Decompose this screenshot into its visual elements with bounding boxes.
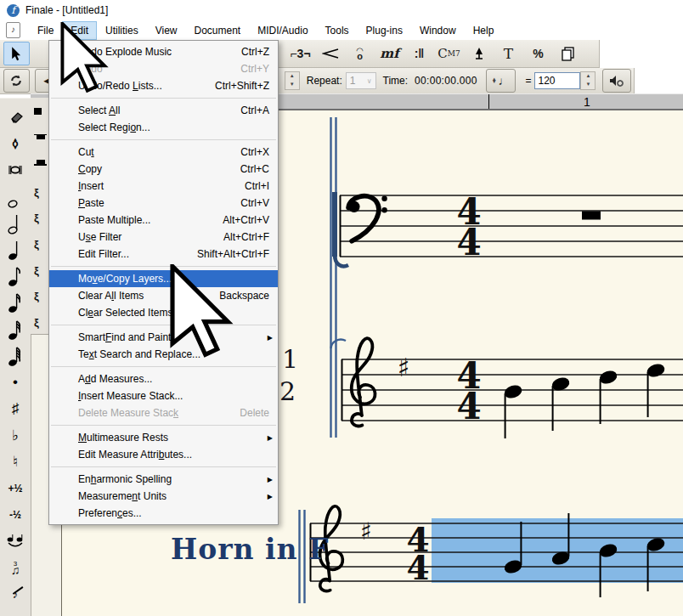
- menu-item-select-region[interactable]: Select Region...: [49, 119, 278, 136]
- text-glyph: T: [504, 45, 513, 62]
- tempo-unit-button[interactable]: ▲▼ ♩: [486, 69, 516, 93]
- sharp-tool[interactable]: ♯: [3, 397, 28, 421]
- menu-item-add-measures[interactable]: Add Measures...: [49, 370, 278, 387]
- eighth-note-tool[interactable]: [3, 264, 28, 288]
- menubar-item-utilities[interactable]: Utilities: [98, 22, 146, 39]
- expression-tool[interactable]: mf: [377, 42, 402, 65]
- menu-item-label: Clear All Items: [78, 290, 204, 302]
- menu-item-redo[interactable]: RedoCtrl+Y: [49, 60, 278, 77]
- up-down-arrows-icon: ▲▼: [492, 78, 497, 84]
- menubar-item-midiaudio[interactable]: MIDI/Audio: [250, 22, 315, 39]
- repeat-spinner[interactable]: ▲▼: [285, 71, 300, 90]
- selection-tool[interactable]: [3, 42, 30, 65]
- time-signature-bottom: 4: [406, 548, 429, 587]
- menu-item-cut[interactable]: CutCtrl+X: [49, 144, 278, 161]
- audio-settings-button[interactable]: [602, 69, 631, 93]
- menu-item-label: Measurement Units: [78, 490, 269, 502]
- menu-item-shortcut: Backspace: [219, 290, 269, 302]
- chord-tool[interactable]: CM7: [437, 42, 461, 65]
- tempo-input[interactable]: [534, 72, 580, 89]
- onehundred-twenty-eighth-rest-tool[interactable]: ξ: [34, 316, 39, 329]
- window-title: Finale - [Untitled1]: [25, 4, 108, 16]
- flat-tool[interactable]: ♭: [3, 423, 28, 447]
- eighth-rest-tool[interactable]: ξ: [34, 212, 39, 224]
- menu-separator: [51, 266, 276, 267]
- quarter-note-tool[interactable]: [3, 238, 28, 262]
- time-signature-bottom: 4: [456, 222, 481, 263]
- repeat-tool[interactable]: :‖: [407, 42, 432, 65]
- mirror-tool[interactable]: %: [526, 42, 550, 65]
- eraser-tool[interactable]: [3, 105, 28, 129]
- chevron-down-icon: ∨: [367, 77, 372, 85]
- thirty-second-note-tool[interactable]: [3, 318, 28, 342]
- menu-item-text-search-and-replace[interactable]: Text Search and Replace...: [49, 346, 278, 363]
- menu-item-edit-measure-attributes[interactable]: Edit Measure Attributes...: [49, 446, 278, 463]
- grace-note-tool[interactable]: ♪: [3, 583, 28, 607]
- tempo-spinner[interactable]: ▲▼: [580, 71, 596, 90]
- double-whole-note-tool[interactable]: [3, 158, 28, 182]
- document-music-icon[interactable]: ♪: [6, 22, 20, 38]
- thirty-second-rest-tool[interactable]: ξ: [34, 264, 39, 277]
- menu-item-label: Redo: [78, 63, 225, 75]
- menu-item-label: Clear Selected Items...: [78, 307, 269, 319]
- menu-item-use-filter[interactable]: Use FilterAlt+Ctrl+F: [49, 229, 278, 246]
- menubar-item-help[interactable]: Help: [466, 22, 502, 39]
- menu-item-insert-measure-stack[interactable]: Insert Measure Stack...: [49, 387, 278, 404]
- bass-clef: [348, 196, 387, 241]
- text-tool[interactable]: T: [496, 42, 521, 65]
- repitch-tool[interactable]: ▴o▾: [3, 132, 28, 155]
- half-step-up-tool[interactable]: +½: [3, 477, 28, 500]
- repeat-dropdown[interactable]: 1 ∨: [346, 72, 376, 89]
- double-whole-rest-tool[interactable]: [34, 108, 42, 115]
- loop-playback-button[interactable]: [3, 69, 30, 93]
- half-rest-tool[interactable]: [34, 160, 47, 166]
- menu-item-delete-measure-stack[interactable]: Delete Measure StackDelete: [49, 404, 278, 421]
- menu-item-move-copy-layers[interactable]: Move/Copy Layers...: [49, 270, 278, 287]
- menu-separator: [51, 139, 276, 140]
- menubar-item-plugins[interactable]: Plug-ins: [358, 22, 410, 39]
- half-step-down-tool[interactable]: -½: [3, 503, 28, 527]
- menubar-item-window[interactable]: Window: [412, 22, 464, 39]
- measure-number: 1: [574, 95, 600, 109]
- menubar-item-tools[interactable]: Tools: [318, 22, 357, 39]
- articulation-tool[interactable]: ◠o: [347, 42, 372, 65]
- menu-item-clear-all-items[interactable]: Clear All ItemsBackspace: [49, 287, 278, 304]
- menu-item-edit-filter[interactable]: Edit Filter...Shift+Alt+Ctrl+F: [49, 246, 278, 263]
- menu-item-insert[interactable]: InsertCtrl+I: [49, 178, 278, 195]
- menu-separator: [51, 98, 276, 99]
- menu-item-clear-selected-items[interactable]: Clear Selected Items...: [49, 304, 278, 321]
- page-layout-tool[interactable]: [556, 42, 580, 65]
- natural-tool[interactable]: ♮: [3, 450, 28, 474]
- menu-item-undo-explode-music[interactable]: Undo Explode MusicCtrl+Z: [49, 43, 278, 60]
- augmentation-dot-tool[interactable]: •: [3, 370, 28, 394]
- half-note-tool[interactable]: [3, 212, 28, 235]
- menu-item-undo-redo-lists[interactable]: Undo/Redo Lists...Ctrl+Shift+Z: [49, 77, 278, 94]
- sixteenth-note-tool[interactable]: [3, 291, 28, 314]
- sixty-fourth-rest-tool[interactable]: ξ: [34, 290, 39, 302]
- menu-item-select-all[interactable]: Select AllCtrl+A: [49, 102, 278, 119]
- menu-item-multimeasure-rests[interactable]: Multimeasure Rests▶: [49, 429, 278, 446]
- menu-item-paste-multiple[interactable]: Paste Multiple...Alt+Ctrl+V: [49, 212, 278, 229]
- menubar-item-file[interactable]: File: [30, 22, 61, 39]
- menu-item-measurement-units[interactable]: Measurement Units▶: [49, 488, 278, 505]
- menu-item-preferences[interactable]: Preferences...: [49, 505, 278, 522]
- menu-item-shortcut: Alt+Ctrl+V: [223, 214, 269, 226]
- smartshape-tool[interactable]: [318, 42, 342, 65]
- menu-item-enharmonic-spelling[interactable]: Enharmonic Spelling▶: [49, 471, 278, 488]
- tie-tool[interactable]: [3, 529, 28, 553]
- whole-note-tool[interactable]: [3, 185, 28, 209]
- menubar-item-edit[interactable]: Edit: [63, 22, 96, 39]
- menu-item-paste[interactable]: PasteCtrl+V: [49, 195, 278, 212]
- simple-entry-palette: ▴o▾•♯♭♮+½-½3♫♪: [0, 98, 31, 616]
- whole-rest-tool[interactable]: [34, 134, 47, 140]
- quarter-rest-tool[interactable]: ξ: [34, 186, 39, 199]
- lyrics-tool[interactable]: [466, 42, 491, 65]
- menu-item-copy[interactable]: CopyCtrl+C: [49, 161, 278, 178]
- menu-item-smartfind-and-paint[interactable]: SmartFind and Paint▶: [49, 329, 278, 346]
- tuplet-entry-tool[interactable]: 3♫: [3, 556, 28, 579]
- menubar-item-view[interactable]: View: [148, 22, 185, 39]
- sixteenth-rest-tool[interactable]: ξ: [34, 238, 39, 251]
- tuplet-tool[interactable]: ⌐3¬: [288, 42, 313, 65]
- sixty-fourth-note-tool[interactable]: [3, 344, 28, 368]
- menubar-item-document[interactable]: Document: [187, 22, 249, 39]
